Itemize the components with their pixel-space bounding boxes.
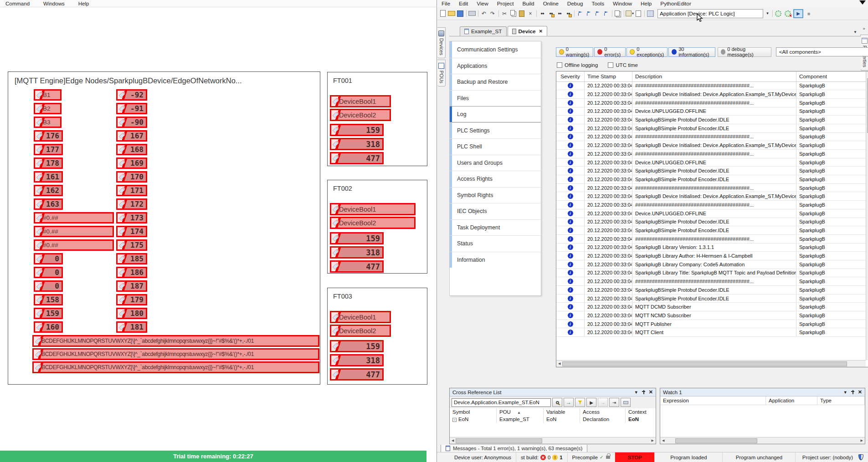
log-horizontal-scrollbar[interactable]: ◀: [556, 360, 866, 367]
device-category-item[interactable]: Communication Settings: [450, 41, 541, 58]
next-button[interactable]: ▶: [586, 398, 596, 407]
log-row[interactable]: i 20.12.2020 00:33:04 ##################…: [556, 277, 866, 286]
log-row[interactable]: i 20.12.2020 00:33:04 SparkplugB Device …: [556, 192, 866, 201]
toolbar-icon[interactable]: [564, 10, 572, 18]
col-timestamp[interactable]: Time Stamp: [585, 71, 632, 81]
menu-item[interactable]: Command: [5, 1, 30, 6]
value-tag[interactable]: 477: [330, 368, 384, 381]
tag-widget[interactable]: 163: [34, 198, 63, 210]
crossref-row[interactable]: −EoN Example_ST EoN Declaration EoN ...: [450, 416, 656, 423]
toolbar-icon[interactable]: [576, 10, 584, 18]
close-icon[interactable]: ✕: [858, 389, 862, 395]
device-category-item[interactable]: Backup and Restore: [450, 74, 541, 90]
log-row[interactable]: i 20.12.2020 00:33:04 SparkplugB Device …: [556, 141, 866, 150]
log-row[interactable]: i 20.12.2020 00:33:04 SparkplugBSimple P…: [556, 294, 866, 303]
messages-tab[interactable]: Messages - Total 1 error(s), 1 warning(s…: [441, 445, 587, 452]
log-row[interactable]: i 20.12.2020 00:33:04 ##################…: [556, 99, 866, 107]
device-category-item[interactable]: PLC Settings: [450, 122, 541, 139]
log-row[interactable]: i 20.12.2020 00:33:04 SparkplugBSimple P…: [556, 124, 866, 133]
value-tag[interactable]: 477: [330, 152, 384, 164]
log-row[interactable]: i 20.12.2020 00:33:04 Device.UNPLUGGED.O…: [556, 158, 866, 167]
scrollbar-thumb[interactable]: [456, 438, 542, 443]
tag-widget[interactable]: 179: [116, 294, 147, 305]
toolbar-icon[interactable]: [497, 10, 500, 18]
view-tab[interactable]: POUs: [437, 60, 446, 86]
log-row[interactable]: i 20.12.2020 00:33:04 SparkplugBSimple P…: [556, 286, 866, 294]
tag-widget[interactable]: 171: [116, 185, 147, 196]
log-row[interactable]: i 20.12.2020 00:33:04 SparkplugB Library…: [556, 244, 866, 252]
toolbar-icon[interactable]: [535, 10, 538, 18]
menu-item[interactable]: Debug: [567, 0, 583, 7]
value-tag[interactable]: 477: [330, 260, 384, 273]
log-row[interactable]: i 20.12.2020 00:33:04 ##################…: [556, 150, 866, 158]
col-access[interactable]: Access: [580, 408, 626, 416]
tag-widget[interactable]: B2: [34, 103, 62, 114]
menu-item[interactable]: Help: [78, 1, 89, 6]
tag-widget[interactable]: -91: [116, 103, 147, 114]
filter-button[interactable]: [575, 398, 585, 407]
log-row[interactable]: i 20.12.2020 00:33:04 MQTT Client Sparkp…: [556, 328, 866, 337]
log-row[interactable]: i 20.12.2020 00:33:04 SparkplugB Device …: [556, 90, 866, 99]
tag-widget[interactable]: 0: [34, 253, 63, 264]
log-row[interactable]: i 20.12.2020 00:33:04 Device.UNPLUGGED.O…: [556, 209, 866, 218]
toolbar-icon[interactable]: [622, 10, 625, 18]
log-row[interactable]: i 20.12.2020 00:33:04 MQTT DCMD Subscrib…: [556, 303, 866, 311]
toolbar-icon[interactable]: [626, 10, 634, 18]
tag-widget[interactable]: #0.##: [34, 212, 114, 223]
toolbar-icon[interactable]: ✂: [500, 10, 508, 18]
device-category-item[interactable]: IEC Objects: [450, 203, 541, 219]
tag-widget[interactable]: 173: [116, 212, 147, 223]
toolbar-icon[interactable]: ↶: [480, 10, 488, 18]
toolbar-icon[interactable]: [614, 10, 622, 18]
tag-widget[interactable]: B3: [34, 117, 62, 128]
log-row[interactable]: i 20.12.2020 00:33:04 SparkplugB Library…: [556, 252, 866, 260]
tag-widget[interactable]: -90: [116, 117, 147, 128]
device-category-item[interactable]: Applications: [450, 58, 541, 74]
col-pou[interactable]: POU▲: [497, 408, 544, 416]
tag-widget[interactable]: 174: [116, 226, 147, 237]
toolbar-icon[interactable]: [439, 10, 447, 18]
col-description[interactable]: Description: [632, 71, 796, 81]
value-tag[interactable]: 318: [330, 138, 384, 150]
run-toolbar-icon[interactable]: ■: [805, 10, 813, 18]
log-filter-button[interactable]: 0 error(s): [594, 47, 626, 57]
run-toolbar-icon[interactable]: [774, 10, 782, 18]
print-button[interactable]: [621, 398, 631, 407]
tag-widget[interactable]: 176: [34, 130, 63, 142]
menu-item[interactable]: Build: [522, 0, 534, 7]
log-row[interactable]: i 20.12.2020 00:33:04 SparkplugB Library…: [556, 269, 866, 278]
tag-widget[interactable]: 172: [116, 198, 147, 210]
ascii-tag-widget[interactable]: BCDEFGHIJKLMNOPQRSTUVWXYZ[\]^_`abcdefghi…: [32, 361, 319, 373]
log-row[interactable]: i 20.12.2020 00:33:04 SparkplugBSimple P…: [556, 218, 866, 227]
ascii-tag-widget[interactable]: BCDEFGHIJKLMNOPQRSTUVWXYZ[\]^_`abcdefghi…: [32, 348, 319, 360]
log-filter-button[interactable]: 0 warning(s): [556, 47, 593, 57]
device-category-item[interactable]: Symbol Rights: [450, 187, 541, 203]
tab-close-icon[interactable]: ✕: [539, 29, 543, 34]
devicebool-tag[interactable]: DeviceBool1: [330, 203, 416, 215]
toolbar-icon[interactable]: [611, 10, 613, 18]
toolbar-icon[interactable]: [573, 10, 575, 18]
log-row[interactable]: i 20.12.2020 00:33:04 SparkplugBSimple P…: [556, 226, 866, 235]
log-row[interactable]: i 20.12.2020 00:33:04 ##################…: [556, 82, 866, 91]
log-row[interactable]: i 20.12.2020 00:33:04 MQTT Publisher Spa…: [556, 320, 866, 329]
col-symbol[interactable]: Symbol: [450, 408, 497, 416]
log-row[interactable]: i 20.12.2020 00:33:04 SparkplugBSimple P…: [556, 116, 866, 124]
device-category-item[interactable]: Files: [450, 90, 541, 107]
overflow-chevron-icon[interactable]: »: [860, 26, 868, 31]
tag-widget[interactable]: 162: [34, 185, 63, 196]
col-expression[interactable]: Expression: [660, 396, 766, 405]
scroll-left-icon[interactable]: ◀: [660, 439, 666, 442]
device-category-item[interactable]: Task Deployment: [450, 219, 541, 236]
tag-widget[interactable]: -92: [116, 89, 147, 101]
col-severity[interactable]: Severity: [556, 71, 585, 81]
toolbar-icon[interactable]: [518, 10, 526, 18]
toolbar-icon[interactable]: ↷: [488, 10, 497, 18]
tag-widget[interactable]: 0: [34, 280, 63, 292]
active-application-combo[interactable]: Application [Device: PLC Logic]: [657, 9, 763, 18]
toolbar-icon[interactable]: [602, 10, 610, 18]
ascii-tag-widget[interactable]: BCDEFGHIJKLMNOPQRSTUVWXYZ[\]^_`abcdefghi…: [32, 335, 319, 347]
log-row[interactable]: i 20.12.2020 00:33:04 SparkplugBSimple P…: [556, 167, 866, 175]
menu-item[interactable]: PythonEditor: [660, 0, 691, 7]
col-variable[interactable]: Variable: [544, 408, 580, 416]
menu-item[interactable]: File: [442, 0, 450, 7]
